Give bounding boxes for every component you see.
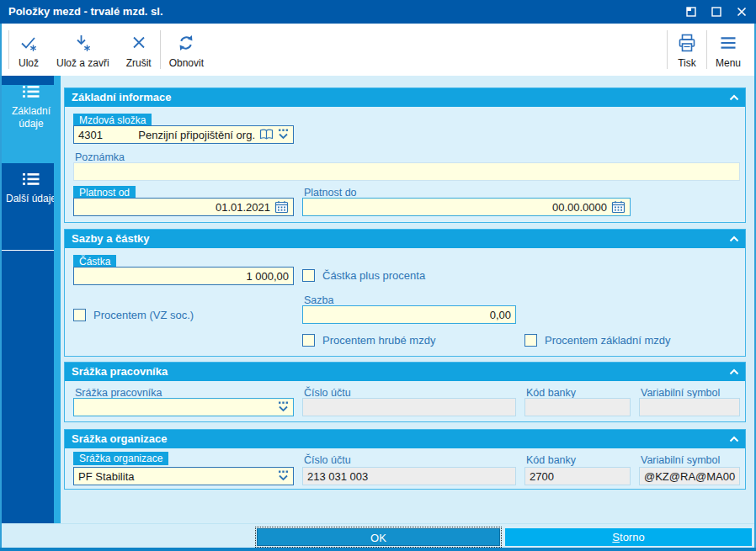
platnost-do-value: 00.00.0000 bbox=[552, 201, 607, 214]
save-icon bbox=[18, 33, 40, 56]
toolbar-left-group: Ulož Ulož a zavři Zrušit bbox=[8, 24, 212, 76]
kod-banky-value: 2700 bbox=[530, 470, 626, 483]
print-button[interactable]: Tisk bbox=[668, 26, 706, 73]
checkbox-box bbox=[524, 334, 537, 347]
window-border-bottom bbox=[0, 548, 756, 551]
calendar-icon[interactable] bbox=[611, 200, 626, 214]
sidebar-tab-zakladni-udaje[interactable]: Základní údaje bbox=[2, 85, 61, 163]
platnost-od-input[interactable]: 01.01.2021 bbox=[73, 198, 294, 216]
cancel-label: Zrušit bbox=[126, 57, 152, 69]
variabilni-symbol-value: @KZ@RA@MA00 bbox=[644, 470, 735, 483]
castka-input[interactable]: 1 000,00 bbox=[73, 267, 294, 285]
cancel-icon bbox=[128, 33, 150, 56]
mzdova-slozka-input[interactable]: 4301 Penzijní připojištění org. bbox=[73, 125, 294, 144]
list-icon bbox=[22, 85, 40, 101]
castka-plus-procenta-checkbox[interactable]: Částka plus procenta bbox=[302, 269, 425, 282]
dropdown-icon[interactable] bbox=[278, 401, 289, 413]
menu-label: Menu bbox=[716, 57, 741, 69]
save-close-button[interactable]: Ulož a zavři bbox=[48, 26, 118, 73]
sidebar-accent-strip bbox=[54, 76, 61, 524]
menu-icon bbox=[717, 33, 739, 56]
titlebar: Položky mezd - trvalé mzd. sl. bbox=[0, 0, 756, 24]
storno-label: Storno bbox=[505, 528, 752, 546]
collapse-icon[interactable] bbox=[727, 432, 741, 452]
sidebar-tab-dalsi-udaje[interactable]: Další údaje bbox=[2, 172, 61, 251]
sazba-value: 0,00 bbox=[490, 309, 511, 321]
refresh-icon bbox=[175, 33, 197, 56]
variabilni-symbol-label: Variabilní symbol bbox=[641, 453, 720, 467]
cislo-uctu-input: 213 031 003 bbox=[302, 467, 516, 485]
sidebar: Základní údaje Další údaje bbox=[2, 76, 61, 524]
checkbox-box bbox=[302, 334, 315, 347]
save-close-label: Ulož a zavři bbox=[56, 57, 109, 69]
book-icon[interactable] bbox=[259, 129, 274, 140]
dialog-window: Položky mezd - trvalé mzd. sl. bbox=[0, 0, 756, 551]
sazba-input[interactable]: 0,00 bbox=[302, 305, 516, 324]
checkbox-box bbox=[73, 309, 86, 321]
ok-button[interactable]: OK bbox=[257, 528, 500, 546]
srazka-organizace-input[interactable]: PF Stabilita bbox=[73, 467, 294, 485]
kod-banky-label: Kód banky bbox=[526, 453, 576, 467]
content-footer-divider bbox=[2, 523, 754, 524]
mzdova-slozka-name: Penzijní připojištění org. bbox=[138, 129, 255, 141]
procentem-hrube-mzdy-checkbox[interactable]: Procentem hrubé mzdy bbox=[302, 334, 435, 347]
collapse-icon[interactable] bbox=[727, 365, 741, 384]
menu-button[interactable]: Menu bbox=[707, 26, 749, 73]
section-header: Sazby a částky bbox=[65, 230, 745, 248]
section-header: Základní informace bbox=[65, 88, 745, 107]
section-srazka-organizace: Srážka organizace Srážka organizace PF S… bbox=[64, 429, 746, 490]
close-icon[interactable] bbox=[736, 6, 748, 18]
collapse-icon[interactable] bbox=[727, 91, 741, 110]
castka-value: 1 000,00 bbox=[246, 270, 289, 283]
platnost-do-input[interactable]: 00.00.0000 bbox=[302, 198, 631, 216]
checkbox-label: Procentem hrubé mzdy bbox=[322, 334, 435, 347]
srazka-organizace-value: PF Stabilita bbox=[78, 470, 274, 483]
cancel-button[interactable]: Zrušit bbox=[118, 26, 160, 73]
srazka-pracovnika-input[interactable] bbox=[73, 398, 294, 416]
section-title: Základní informace bbox=[72, 91, 171, 103]
window-controls bbox=[685, 0, 748, 24]
procentem-vz-soc-checkbox[interactable]: Procentem (VZ soc.) bbox=[73, 309, 194, 321]
save-button[interactable]: Ulož bbox=[9, 26, 48, 73]
float-icon[interactable] bbox=[685, 6, 697, 18]
save-close-icon bbox=[72, 33, 93, 56]
sidebar-tab-label: Základní údaje bbox=[2, 105, 61, 130]
calendar-icon[interactable] bbox=[274, 200, 289, 214]
checkbox-label: Částka plus procenta bbox=[322, 269, 425, 282]
section-title: Sazby a částky bbox=[72, 232, 150, 245]
section-title: Srážka organizace bbox=[72, 432, 167, 445]
maximize-icon[interactable] bbox=[711, 6, 722, 18]
section-header: Srážka pracovníka bbox=[65, 363, 745, 381]
kod-banky-input: 2700 bbox=[524, 467, 631, 485]
section-zakladni-informace: Základní informace Mzdová složka 4301 Pe… bbox=[64, 87, 746, 223]
section-header: Srážka organizace bbox=[65, 430, 745, 448]
section-srazka-pracovnika: Srážka pracovníka Srážka pracovníka Čísl… bbox=[64, 362, 746, 422]
poznamka-input[interactable] bbox=[73, 162, 740, 181]
refresh-button[interactable]: Obnovit bbox=[161, 26, 212, 73]
print-label: Tisk bbox=[678, 57, 696, 69]
mzdova-slozka-code: 4301 bbox=[78, 129, 138, 141]
save-label: Ulož bbox=[19, 57, 39, 69]
procentem-zakladni-mzdy-checkbox[interactable]: Procentem základní mzdy bbox=[524, 334, 671, 347]
platnost-od-value: 01.01.2021 bbox=[216, 201, 270, 214]
cislo-uctu-value: 213 031 003 bbox=[307, 470, 511, 483]
ok-label: OK bbox=[258, 529, 499, 547]
toolbar: Ulož Ulož a zavři Zrušit bbox=[2, 24, 754, 76]
checkbox-box bbox=[302, 269, 315, 282]
window-title: Položky mezd - trvalé mzd. sl. bbox=[0, 0, 756, 24]
dropdown-icon[interactable] bbox=[278, 470, 289, 482]
checkbox-label: Procentem základní mzdy bbox=[545, 334, 671, 347]
kod-banky-input bbox=[524, 398, 631, 416]
section-title: Srážka pracovníka bbox=[72, 365, 168, 378]
toolbar-right-group: Tisk Menu bbox=[667, 24, 749, 76]
sidebar-tab-label: Další údaje bbox=[2, 193, 61, 204]
cislo-uctu-input bbox=[302, 398, 516, 416]
srazka-organizace-label: Srážka organizace bbox=[73, 452, 168, 465]
dropdown-icon[interactable] bbox=[278, 129, 289, 140]
list-icon bbox=[22, 172, 40, 188]
collapse-icon[interactable] bbox=[727, 232, 741, 252]
section-sazby-a-castky: Sazby a částky Částka 1 000,00 Částka pl… bbox=[64, 229, 746, 357]
print-icon bbox=[676, 33, 698, 56]
checkbox-label: Procentem (VZ soc.) bbox=[93, 309, 194, 321]
storno-button[interactable]: Storno bbox=[505, 528, 752, 546]
